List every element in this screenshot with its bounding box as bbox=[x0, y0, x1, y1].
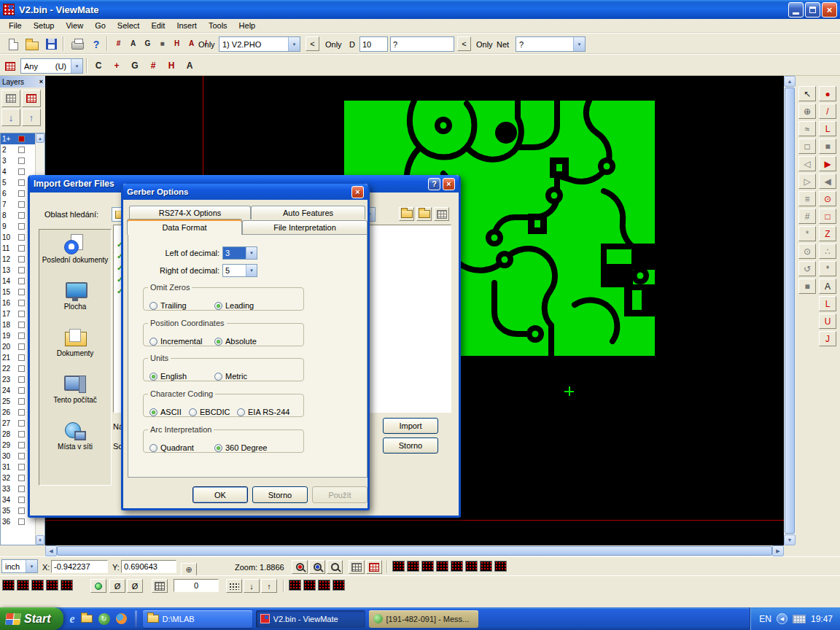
radio-incremental[interactable]: Incremental bbox=[149, 337, 202, 346]
layer-color-swatch[interactable] bbox=[18, 442, 25, 448]
select-grid-marker-icon[interactable]: # bbox=[145, 58, 161, 73]
fill-tool-icon[interactable]: ■ bbox=[798, 279, 816, 294]
menu-item-go[interactable]: Go bbox=[89, 20, 112, 31]
dcode-query-field[interactable]: ? bbox=[390, 36, 454, 52]
radio-ascii[interactable]: ASCII bbox=[149, 408, 182, 416]
layer-color-swatch[interactable] bbox=[18, 223, 25, 230]
right-of-decimal-select[interactable]: 5 ▼ bbox=[222, 264, 257, 277]
layer-color-swatch[interactable] bbox=[18, 518, 25, 525]
pattern-swatch-icon[interactable] bbox=[318, 580, 330, 591]
task-button-messenger[interactable]: [191-482-091] - Mess... bbox=[369, 610, 478, 628]
layer-compare-icon[interactable]: ■ bbox=[156, 37, 168, 50]
selection-filter-select[interactable]: Any (U) ▼ bbox=[20, 58, 83, 74]
layers-filter-button[interactable] bbox=[22, 90, 41, 107]
keyboard-tray-icon[interactable] bbox=[793, 615, 806, 623]
pattern-swatch-icon[interactable] bbox=[436, 561, 448, 572]
dialog-close-button[interactable]: × bbox=[351, 186, 364, 198]
pattern-swatch-icon[interactable] bbox=[46, 580, 58, 591]
new-file-button[interactable] bbox=[4, 36, 22, 52]
menu-item-select[interactable]: Select bbox=[112, 20, 146, 31]
zoom-out-button[interactable] bbox=[309, 560, 325, 574]
pattern-swatch-icon[interactable] bbox=[451, 561, 463, 572]
internet-explorer-icon[interactable]: e bbox=[69, 612, 74, 626]
layer-color-swatch[interactable] bbox=[18, 256, 25, 262]
zoom-window-tool-icon[interactable]: ⊕ bbox=[798, 104, 816, 119]
highlight-h-icon[interactable]: H bbox=[171, 37, 183, 50]
up-one-level-button[interactable] bbox=[399, 207, 414, 221]
pattern-swatch-icon[interactable] bbox=[61, 580, 73, 591]
draw-square-pad-icon[interactable]: ■ bbox=[819, 139, 836, 154]
grid-tool-icon[interactable]: # bbox=[798, 209, 816, 224]
draw-j-shape-icon[interactable]: J bbox=[819, 331, 836, 346]
place-desktop[interactable]: Plocha bbox=[39, 281, 111, 311]
scroll-right-icon[interactable]: ▶ bbox=[772, 545, 784, 556]
zoom-in-button[interactable] bbox=[292, 560, 308, 574]
layer-move-up-button[interactable]: ↑ bbox=[22, 109, 41, 126]
radio-quadrant[interactable]: Quadrant bbox=[149, 443, 194, 452]
frame-tool-icon[interactable]: □ bbox=[798, 139, 816, 154]
layers-grid-button[interactable] bbox=[1, 90, 20, 107]
draw-asterisk-icon[interactable]: * bbox=[819, 261, 836, 276]
highlight-led-button[interactable] bbox=[90, 579, 106, 593]
grid-snap-button[interactable] bbox=[366, 560, 382, 574]
draw-corner-icon[interactable]: L bbox=[819, 121, 836, 136]
draw-target-icon[interactable]: ⊙ bbox=[819, 191, 836, 206]
draw-zigzag-icon[interactable]: Z bbox=[819, 226, 836, 241]
select-text-mode-icon[interactable]: A bbox=[182, 58, 198, 73]
dot-grid-button[interactable] bbox=[226, 579, 242, 593]
tray-collapse-icon[interactable]: ◀ bbox=[777, 613, 788, 624]
draw-arrow-icon[interactable]: ▶ bbox=[819, 156, 836, 171]
place-recent-documents[interactable]: Poslední dokumenty bbox=[39, 234, 111, 265]
pattern-swatch-icon[interactable] bbox=[303, 580, 316, 591]
layers-panel-close-icon[interactable]: × bbox=[39, 78, 43, 85]
place-network[interactable]: Místa v síti bbox=[39, 421, 111, 451]
radio-360-degree[interactable]: 360 Degree bbox=[214, 443, 268, 452]
place-documents[interactable]: Dokumenty bbox=[39, 327, 111, 358]
tab-auto-features[interactable]: Auto Features bbox=[251, 206, 365, 219]
layer-color-swatch[interactable] bbox=[18, 300, 25, 306]
menu-item-view[interactable]: View bbox=[60, 20, 89, 31]
close-button[interactable]: × bbox=[822, 2, 837, 18]
only-dcode-label[interactable]: Only bbox=[325, 40, 342, 49]
prev-net-button[interactable]: < bbox=[457, 36, 471, 51]
menu-item-insert[interactable]: Insert bbox=[171, 20, 203, 31]
prev-dcode-button[interactable]: < bbox=[306, 36, 319, 51]
layer-color-swatch[interactable] bbox=[18, 201, 25, 208]
vertical-scroll-thumb[interactable] bbox=[785, 88, 795, 534]
cancel-button[interactable]: Storno bbox=[252, 486, 308, 503]
selection-mode-button[interactable] bbox=[1, 58, 19, 74]
task-button-mlab[interactable]: D:\MLAB bbox=[143, 610, 252, 628]
pattern-swatch-icon[interactable] bbox=[2, 580, 15, 591]
pattern-swatch-icon[interactable] bbox=[289, 580, 301, 591]
ok-button[interactable]: OK bbox=[192, 486, 248, 503]
pattern-grid-button[interactable] bbox=[152, 579, 168, 593]
new-folder-button[interactable] bbox=[416, 207, 432, 221]
draw-l-shape-icon[interactable]: L bbox=[819, 296, 836, 311]
layer-color-swatch[interactable] bbox=[18, 190, 25, 197]
dcode-count-field[interactable]: 0 bbox=[174, 579, 219, 592]
scroll-down-icon[interactable]: ▼ bbox=[36, 535, 44, 545]
radio-absolute[interactable]: Absolute bbox=[214, 337, 257, 346]
draw-mirror-icon[interactable]: ◀ bbox=[819, 174, 836, 189]
pattern-swatch-icon[interactable] bbox=[465, 561, 478, 572]
draw-text-icon[interactable]: A bbox=[819, 279, 836, 294]
dropdown-arrow-icon[interactable]: ▼ bbox=[288, 37, 300, 51]
browser-launcher-icon[interactable] bbox=[116, 613, 127, 624]
only-net-label[interactable]: Only bbox=[476, 40, 493, 49]
probe-a-button[interactable]: Ø bbox=[109, 579, 125, 593]
scroll-left-icon[interactable]: ◀ bbox=[45, 545, 57, 556]
radio-english[interactable]: English bbox=[149, 372, 187, 381]
net-select[interactable]: ? ▼ bbox=[516, 36, 586, 52]
layer-move-down-button[interactable]: ↓ bbox=[1, 109, 20, 126]
layer-color-swatch[interactable] bbox=[18, 168, 25, 175]
tab-rs274x-options[interactable]: RS274-X Options bbox=[129, 206, 251, 219]
layer-color-swatch[interactable] bbox=[18, 475, 25, 481]
only-layer-label[interactable]: Only bbox=[198, 40, 215, 49]
layer-color-swatch[interactable] bbox=[18, 245, 25, 252]
radio-ebcdic[interactable]: EBCDIC bbox=[189, 408, 230, 416]
left-of-decimal-select[interactable]: 3 ▼ bbox=[222, 246, 257, 260]
zoom-window-button[interactable] bbox=[327, 560, 343, 574]
select-center-marker-icon[interactable]: + bbox=[109, 58, 125, 73]
menu-item-file[interactable]: File bbox=[3, 20, 28, 31]
explorer-folder-icon[interactable] bbox=[81, 615, 93, 623]
